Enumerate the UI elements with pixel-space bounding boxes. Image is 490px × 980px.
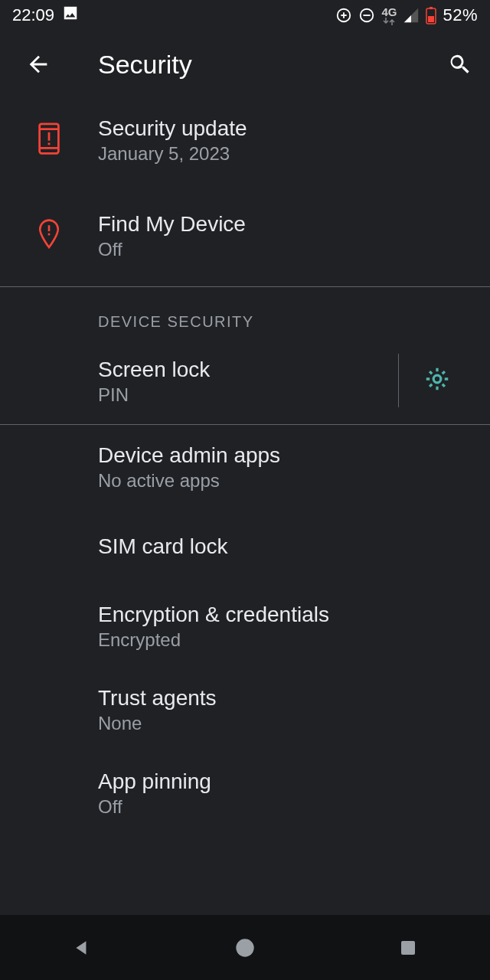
row-app-pinning[interactable]: App pinning Off	[0, 751, 490, 835]
screen-lock-settings-button[interactable]	[398, 354, 475, 407]
signal-icon	[403, 7, 420, 24]
row-device-admin[interactable]: Device admin apps No active apps	[0, 425, 490, 508]
svg-rect-5	[428, 16, 434, 22]
svg-point-13	[433, 375, 441, 383]
battery-icon	[426, 6, 436, 24]
sim-lock-title: SIM card lock	[98, 533, 475, 560]
svg-rect-4	[430, 7, 433, 9]
network-type: 4G	[381, 6, 397, 25]
location-alert-icon	[37, 218, 61, 253]
app-pinning-subtitle: Off	[98, 796, 475, 818]
trust-agents-title: Trust agents	[98, 684, 475, 711]
battery-text: 52%	[443, 5, 478, 25]
row-sim-lock[interactable]: SIM card lock	[0, 508, 490, 584]
row-find-my-device[interactable]: Find My Device Off	[0, 181, 490, 286]
nav-recent-button[interactable]	[393, 933, 423, 963]
app-pinning-title: App pinning	[98, 768, 475, 795]
app-bar: Security	[0, 31, 490, 98]
section-header-device-security: DEVICE SECURITY	[0, 287, 490, 337]
security-update-title: Security update	[98, 115, 475, 142]
navigation-bar	[0, 915, 490, 980]
encryption-subtitle: Encrypted	[98, 629, 475, 651]
row-trust-agents[interactable]: Trust agents None	[0, 668, 490, 751]
find-my-device-subtitle: Off	[98, 239, 475, 260]
nav-back-button[interactable]	[67, 933, 97, 963]
status-bar: 22:09 4G 52%	[0, 0, 490, 31]
search-button[interactable]	[444, 49, 475, 80]
encryption-title: Encryption & credentials	[98, 601, 475, 628]
security-update-subtitle: January 5, 2023	[98, 143, 475, 165]
svg-rect-12	[48, 233, 51, 235]
find-my-device-title: Find My Device	[98, 211, 475, 237]
data-saver-icon	[335, 7, 352, 24]
row-encryption[interactable]: Encryption & credentials Encrypted	[0, 584, 490, 668]
screen-lock-subtitle: PIN	[98, 384, 398, 406]
back-button[interactable]	[23, 49, 54, 80]
trust-agents-subtitle: None	[98, 713, 475, 734]
row-screen-lock[interactable]: Screen lock PIN	[0, 337, 490, 424]
phone-alert-icon	[36, 122, 62, 158]
row-security-update[interactable]: Security update January 5, 2023	[0, 98, 490, 181]
gear-icon	[423, 365, 451, 396]
svg-rect-11	[48, 225, 51, 231]
page-title: Security	[98, 50, 192, 80]
dnd-icon	[358, 7, 375, 24]
screen-lock-title: Screen lock	[98, 356, 398, 383]
image-icon	[62, 5, 79, 26]
device-admin-title: Device admin apps	[98, 442, 475, 469]
nav-home-button[interactable]	[230, 933, 260, 963]
svg-point-14	[236, 939, 253, 956]
svg-rect-9	[48, 132, 51, 140]
svg-rect-15	[401, 941, 415, 955]
status-time: 22:09	[12, 5, 54, 25]
svg-rect-10	[48, 142, 51, 145]
device-admin-subtitle: No active apps	[98, 470, 475, 492]
